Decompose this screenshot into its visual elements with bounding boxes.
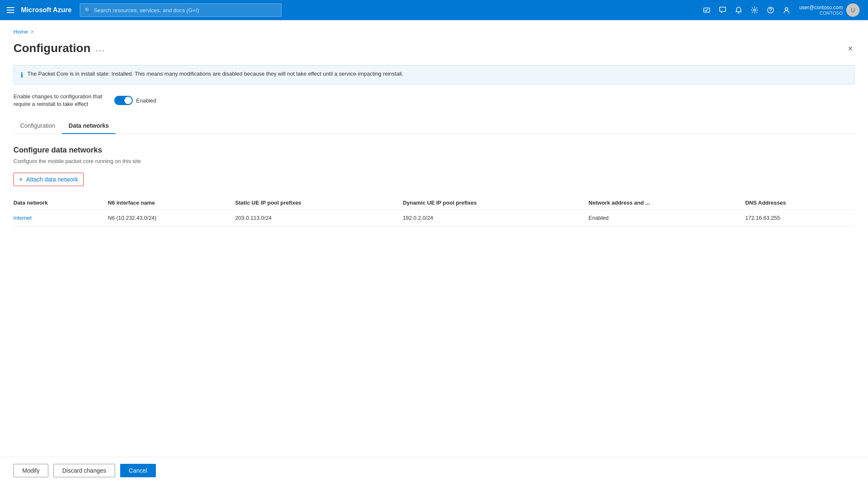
svg-point-1 <box>754 9 756 11</box>
cell-dns-addresses: 172.16.63.255 <box>745 210 855 226</box>
user-email: user@contoso.com <box>799 5 843 11</box>
hamburger-menu[interactable] <box>5 5 16 15</box>
user-menu[interactable]: user@contoso.com CONTOSO U <box>796 2 863 18</box>
toggle-container: Enabled <box>114 96 156 105</box>
col-header-data-network: Data network <box>13 196 108 210</box>
svg-point-3 <box>771 11 771 12</box>
col-header-dynamic-ue-pool: Dynamic UE IP pool prefixes <box>403 196 589 210</box>
discard-changes-button[interactable]: Discard changes <box>53 464 115 477</box>
cell-n6-interface: N6 (10.232.43.0/24) <box>108 210 235 226</box>
svg-point-4 <box>785 8 788 10</box>
enable-changes-row: Enable changes to configuration that req… <box>13 93 855 108</box>
table-row: internet N6 (10.232.43.0/24) 203.0.113.0… <box>13 210 855 226</box>
data-networks-table: Data network N6 interface name Static UE… <box>13 196 855 226</box>
avatar: U <box>846 3 860 17</box>
info-banner: ℹ The Packet Core is in install state: I… <box>13 65 855 84</box>
breadcrumb: Home > <box>13 29 855 35</box>
more-options-button[interactable]: ... <box>96 44 105 53</box>
notifications-button[interactable] <box>732 3 745 17</box>
azure-logo: Microsoft Azure <box>21 6 71 14</box>
enable-changes-toggle[interactable] <box>114 96 133 105</box>
cell-network-address: Enabled <box>589 210 745 226</box>
cloud-shell-button[interactable] <box>700 3 713 17</box>
topbar: Microsoft Azure 🔍 user@contoso.com CONTO… <box>0 0 868 20</box>
enable-changes-label: Enable changes to configuration that req… <box>13 93 106 108</box>
user-org: CONTOSO <box>799 11 843 16</box>
col-header-dns-addresses: DNS Addresses <box>745 196 855 210</box>
search-icon: 🔍 <box>84 7 91 13</box>
info-icon: ℹ <box>21 71 23 79</box>
col-header-network-address: Network address and ... <box>589 196 745 210</box>
cell-dynamic-ue-pool: 192.0.2.0/24 <box>403 210 589 226</box>
tab-configuration[interactable]: Configuration <box>13 118 62 134</box>
page-title: Configuration <box>13 42 91 55</box>
feedback-button[interactable] <box>716 3 729 17</box>
toggle-thumb <box>124 97 132 104</box>
col-header-static-ue-pool: Static UE IP pool prefixes <box>235 196 403 210</box>
cell-data-network[interactable]: internet <box>13 210 108 226</box>
search-box: 🔍 <box>80 3 281 17</box>
section-description: Configure the mobile packet core running… <box>13 158 855 164</box>
section-heading: Configure data networks <box>13 146 855 155</box>
toggle-state-label: Enabled <box>136 97 156 104</box>
page-title-row: Configuration ... × <box>13 42 855 55</box>
help-button[interactable] <box>764 3 777 17</box>
attach-data-network-button[interactable]: + Attach data network <box>13 173 84 186</box>
topbar-icons: user@contoso.com CONTOSO U <box>700 2 863 18</box>
support-button[interactable] <box>780 3 793 17</box>
col-header-n6-interface: N6 interface name <box>108 196 235 210</box>
bottom-action-bar: Modify Discard changes Cancel <box>0 457 868 484</box>
main-content: Home > Configuration ... × ℹ The Packet … <box>0 20 868 484</box>
settings-button[interactable] <box>748 3 761 17</box>
table-header-row: Data network N6 interface name Static UE… <box>13 196 855 210</box>
modify-button[interactable]: Modify <box>13 464 48 477</box>
attach-btn-label: Attach data network <box>26 176 78 183</box>
search-input[interactable] <box>94 7 277 13</box>
tabs: Configuration Data networks <box>13 118 855 134</box>
breadcrumb-separator: > <box>31 29 34 35</box>
breadcrumb-home[interactable]: Home <box>13 29 28 35</box>
tab-data-networks[interactable]: Data networks <box>62 118 116 134</box>
cancel-button[interactable]: Cancel <box>120 464 156 477</box>
page-title-left: Configuration ... <box>13 42 105 55</box>
info-banner-text: The Packet Core is in install state: Ins… <box>27 71 403 77</box>
close-button[interactable]: × <box>846 42 855 55</box>
plus-icon: + <box>19 176 23 183</box>
cell-static-ue-pool: 203.0.113.0/24 <box>235 210 403 226</box>
user-info: user@contoso.com CONTOSO <box>799 5 843 16</box>
